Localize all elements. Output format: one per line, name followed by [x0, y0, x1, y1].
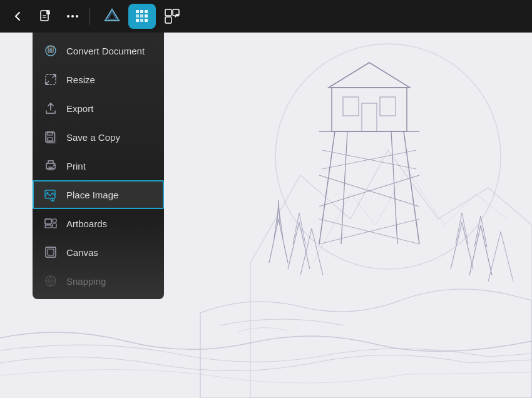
place-image-icon: [43, 186, 59, 203]
menu-item-export[interactable]: Export: [33, 94, 164, 123]
svg-rect-26: [136, 10, 139, 13]
svg-point-53: [47, 192, 49, 194]
pixel-persona-button[interactable]: [128, 4, 156, 29]
place-image-label: Place Image: [66, 190, 118, 200]
snapping-icon: [43, 273, 59, 289]
toolbar-left-group: [5, 4, 85, 29]
svg-rect-60: [45, 225, 51, 228]
artboards-label: Artboards: [66, 218, 107, 229]
save-copy-icon: [43, 129, 59, 145]
menu-item-snapping[interactable]: Snapping: [33, 267, 164, 295]
svg-rect-58: [53, 219, 56, 222]
dropdown-menu: Convert Document Resize Export: [33, 33, 164, 299]
svg-rect-35: [165, 9, 171, 16]
more-button[interactable]: [60, 4, 85, 29]
menu-item-artboards[interactable]: Artboards: [33, 209, 164, 238]
export-button[interactable]: [158, 4, 186, 29]
export-menu-icon: [43, 100, 59, 116]
svg-rect-48: [48, 166, 53, 170]
print-icon: [43, 158, 59, 174]
convert-document-label: Convert Document: [66, 46, 145, 56]
svg-point-21: [67, 15, 69, 18]
toolbar: [0, 0, 532, 33]
menu-item-place-image[interactable]: Place Image: [33, 180, 164, 209]
affinity-designer-button[interactable]: [98, 4, 126, 29]
svg-marker-25: [108, 12, 116, 19]
svg-marker-24: [105, 9, 119, 21]
menu-item-convert-document[interactable]: Convert Document: [33, 36, 164, 65]
document-button[interactable]: [33, 4, 58, 29]
svg-rect-62: [48, 249, 54, 255]
canvas-icon: [43, 244, 59, 260]
toolbar-divider: [89, 8, 90, 25]
svg-rect-28: [145, 10, 148, 13]
back-button[interactable]: [5, 4, 30, 29]
menu-item-canvas[interactable]: Canvas: [33, 238, 164, 267]
save-copy-label: Save a Copy: [66, 132, 120, 143]
svg-rect-61: [46, 247, 56, 257]
canvas-label: Canvas: [66, 247, 98, 258]
svg-rect-27: [140, 10, 143, 13]
svg-rect-37: [165, 17, 171, 23]
resize-icon: [43, 71, 59, 88]
svg-rect-29: [136, 14, 139, 18]
svg-rect-57: [45, 219, 51, 224]
svg-point-51: [53, 165, 54, 166]
print-label: Print: [66, 161, 86, 171]
convert-document-icon: [43, 43, 59, 59]
resize-label: Resize: [66, 74, 95, 85]
svg-point-65: [50, 280, 52, 282]
menu-item-save-copy[interactable]: Save a Copy: [33, 123, 164, 151]
artboards-icon: [43, 215, 59, 232]
menu-item-print[interactable]: Print: [33, 151, 164, 180]
menu-item-resize[interactable]: Resize: [33, 65, 164, 94]
svg-rect-30: [140, 14, 143, 18]
snapping-label: Snapping: [66, 276, 106, 287]
svg-rect-34: [145, 19, 148, 22]
svg-rect-45: [48, 138, 53, 141]
svg-point-23: [76, 15, 78, 18]
svg-rect-33: [140, 19, 143, 22]
svg-rect-59: [53, 223, 56, 228]
svg-point-22: [71, 15, 74, 18]
svg-rect-31: [145, 14, 148, 18]
svg-rect-32: [136, 19, 139, 22]
toolbar-right-group: [98, 4, 186, 29]
export-label: Export: [66, 103, 93, 114]
